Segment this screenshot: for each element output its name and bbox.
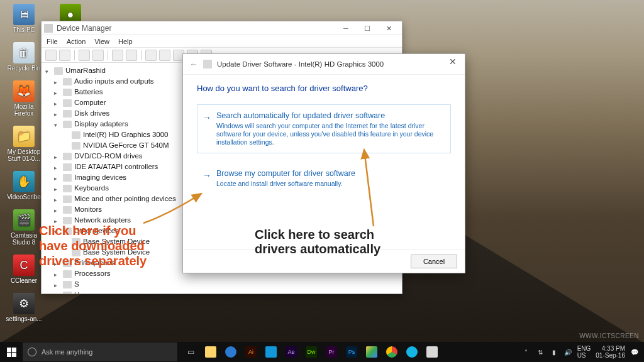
desktop: 🖥This PC 🗑Recycle Bin 🦊Mozilla Firefox 📁… [0, 0, 644, 362]
taskbar-app-explorer[interactable] [201, 343, 220, 361]
watermark: WWW.ICTSCREEN [579, 332, 639, 339]
tray-network-icon[interactable]: ⇅ [536, 348, 545, 356]
toolbar-button[interactable] [126, 50, 137, 61]
cancel-button[interactable]: Cancel [411, 255, 457, 268]
display-icon [63, 121, 72, 128]
desktop-icon-label: Recycle Bin [5, 65, 43, 72]
taskbar-app-drive[interactable] [362, 343, 381, 361]
tree-label: Monitors [74, 206, 102, 213]
tray-battery-icon[interactable]: ▮ [550, 348, 558, 356]
toolbar-button[interactable] [79, 50, 90, 61]
arrow-right-icon: → [203, 112, 211, 123]
desktop-icon-label: Camtasia Studio 8 [5, 232, 43, 246]
expand-icon[interactable]: ▸ [54, 109, 60, 116]
expand-icon[interactable]: ▸ [54, 206, 60, 212]
menu-view[interactable]: View [94, 38, 109, 45]
toolbar-button[interactable] [145, 50, 157, 61]
annotation-text-auto: Click here to search drivers automatical… [255, 228, 380, 256]
expand-icon[interactable]: ▸ [54, 216, 60, 222]
expand-icon[interactable]: ▸ [54, 280, 60, 287]
taskbar-app-premiere[interactable]: Pr [322, 343, 341, 361]
taskbar-app-illustrator[interactable]: Ai [242, 343, 260, 361]
taskbar-app-edge[interactable] [221, 343, 240, 361]
driver-icon [203, 60, 212, 69]
desktop-icon-folder-mystuff[interactable]: 📁My Desktop Stuff 01-0... [5, 126, 43, 162]
tray-volume-icon[interactable]: 🔊 [564, 348, 572, 356]
option-description: Windows will search your computer and th… [216, 122, 443, 146]
annotation-line: drivers separately [39, 253, 147, 268]
desktop-icon-firefox[interactable]: 🦊Mozilla Firefox [5, 80, 43, 117]
titlebar[interactable]: Device Manager ─ ☐ ✕ [42, 21, 402, 35]
taskbar-app-photoshop[interactable]: Ps [342, 343, 361, 361]
minimize-button[interactable]: ─ [335, 22, 357, 35]
expand-icon[interactable]: ▸ [54, 184, 60, 190]
desktop-icon-this-pc[interactable]: 🖥This PC [5, 4, 43, 33]
collapse-icon[interactable]: ▾ [45, 67, 52, 73]
menu-help[interactable]: Help [118, 38, 133, 45]
nav-forward-button[interactable] [59, 50, 70, 61]
tree-label: DVD/CD-ROM drives [74, 152, 143, 160]
expand-icon[interactable]: ▸ [54, 88, 60, 94]
taskbar-app-store[interactable] [262, 343, 280, 361]
toolbar-button[interactable] [112, 50, 123, 61]
tree-label: Batteries [74, 88, 103, 96]
device-icon [63, 281, 72, 288]
desktop-icon-camtasia[interactable]: 🎬Camtasia Studio 8 [5, 209, 43, 246]
expand-icon[interactable]: ▸ [54, 163, 60, 169]
option-search-automatically[interactable]: → Search automatically for updated drive… [197, 104, 451, 153]
desktop-icon-ccleaner[interactable]: CCCleaner [5, 255, 43, 284]
menu-file[interactable]: File [47, 38, 58, 45]
back-arrow-icon[interactable]: ← [189, 59, 198, 69]
desktop-icon-label: My Desktop Stuff 01-0... [5, 148, 43, 162]
maximize-button[interactable]: ☐ [357, 22, 378, 35]
menu-action[interactable]: Action [67, 38, 86, 45]
expand-icon[interactable]: ▸ [54, 291, 60, 293]
tree-label: Mice and other pointing devices [74, 195, 176, 202]
expand-icon[interactable]: ▸ [54, 152, 60, 158]
taskbar-app-chrome[interactable] [382, 343, 401, 361]
notifications-button[interactable]: 💬 [630, 348, 639, 356]
tray-language[interactable]: ENG US [577, 345, 591, 359]
dialog-header: ← Update Driver Software - Intel(R) HD G… [183, 54, 465, 75]
annotation-line: drivers automatically [255, 242, 380, 256]
arrow-right-icon: → [203, 170, 211, 180]
expand-icon[interactable]: ▸ [54, 270, 60, 276]
expand-icon[interactable]: ▸ [54, 173, 60, 180]
annotation-line: Click here to search [255, 228, 380, 242]
desktop-icon-recycle-bin[interactable]: 🗑Recycle Bin [5, 42, 43, 72]
collapse-icon[interactable]: ▾ [54, 120, 60, 126]
annotation-line: have downloaded [39, 238, 147, 253]
taskbar-app-aftereffects[interactable]: Ae [282, 343, 301, 361]
device-icon [63, 195, 72, 203]
tree-label: Imaging devices [74, 173, 126, 181]
tray-chevron-up-icon[interactable]: ˄ [522, 348, 531, 356]
tree-label: NVIDIA GeForce GT 540M [83, 141, 169, 149]
start-button[interactable] [0, 342, 23, 362]
desktop-icons: 🖥This PC 🗑Recycle Bin 🦊Mozilla Firefox 📁… [5, 4, 43, 322]
tree-node-covered[interactable]: ▸H [54, 290, 398, 293]
taskbar-app-devicemanager[interactable] [423, 343, 441, 361]
desktop-icon-label: This PC [5, 26, 43, 33]
kbd-code: US [577, 352, 591, 359]
option-browse-computer[interactable]: → Browse my computer for driver software… [197, 162, 451, 195]
search-placeholder: Ask me anything [42, 348, 92, 356]
close-button[interactable]: ✕ [445, 57, 461, 67]
expand-icon[interactable]: ▸ [54, 195, 60, 201]
tree-label: Audio inputs and outputs [74, 77, 154, 85]
expand-icon[interactable]: ▸ [54, 99, 60, 105]
toolbar-button[interactable] [159, 50, 170, 61]
windows-logo-icon [7, 348, 16, 357]
tray-clock[interactable]: 4:33 PM 01-Sep-16 [596, 345, 625, 359]
taskbar-app-dreamweaver[interactable]: Dw [302, 343, 321, 361]
tree-node-covered[interactable]: ▸S [54, 279, 398, 290]
desktop-icon-videoscribe[interactable]: ✋VideoScribe [5, 171, 43, 200]
expand-icon[interactable]: ▸ [54, 77, 60, 84]
display-icon [72, 142, 80, 150]
desktop-icon-settings[interactable]: ⚙settings-an... [5, 293, 43, 322]
task-view-button[interactable]: ▭ [181, 343, 200, 361]
close-button[interactable]: ✕ [378, 22, 399, 35]
nav-back-button[interactable] [45, 50, 57, 61]
cortana-search[interactable]: Ask me anything [23, 343, 177, 361]
toolbar-button[interactable] [92, 50, 104, 61]
taskbar-app[interactable] [402, 343, 421, 361]
